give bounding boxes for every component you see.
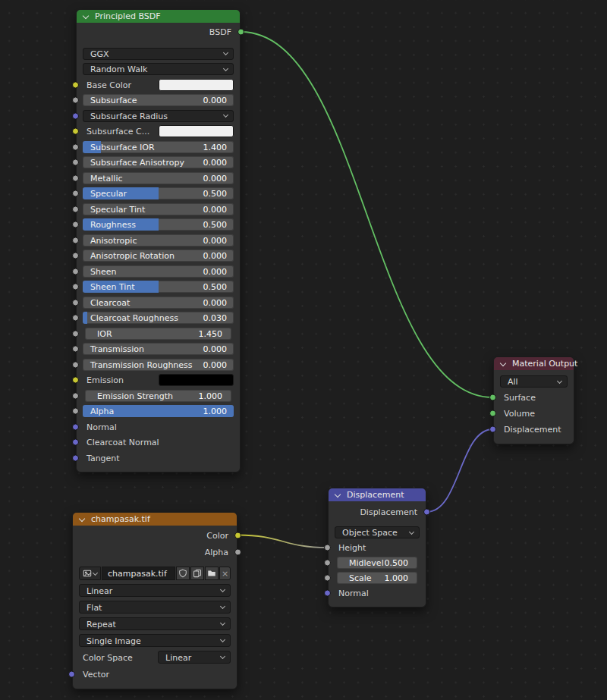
chevron-down-icon xyxy=(220,620,225,626)
fake-user-button[interactable] xyxy=(176,567,190,580)
socket-scale[interactable] xyxy=(324,575,331,582)
collapse-chevron-icon[interactable] xyxy=(335,491,341,498)
node-title: Material Output xyxy=(512,359,577,369)
socket-midlevel[interactable] xyxy=(324,560,331,567)
socket-ior[interactable] xyxy=(72,330,79,337)
socket-sheen[interactable] xyxy=(72,268,79,275)
socket-color[interactable] xyxy=(234,532,241,538)
socket-alpha[interactable] xyxy=(72,408,79,415)
slider-subsurface-anisotropy[interactable]: Subsurface Anisotropy0.000 xyxy=(83,156,234,168)
collapse-chevron-icon[interactable] xyxy=(79,516,85,522)
color-swatch-subsurface-c[interactable] xyxy=(159,125,234,137)
socket-emission[interactable] xyxy=(72,377,79,384)
dropdown-object-space[interactable]: Object Space xyxy=(335,526,420,538)
socket-transmission-roughness[interactable] xyxy=(72,361,79,368)
dropdown-color-space[interactable]: Linear xyxy=(158,651,231,664)
socket-volume[interactable] xyxy=(489,410,496,417)
slider-alpha[interactable]: Alpha1.000 xyxy=(83,405,234,417)
socket-displacement[interactable] xyxy=(423,509,430,516)
color-swatch-emission[interactable] xyxy=(159,374,234,386)
slider-sheen-tint[interactable]: Sheen Tint0.500 xyxy=(83,281,234,293)
socket-bsdf[interactable] xyxy=(237,29,244,36)
dropdown-linear[interactable]: Linear xyxy=(79,584,231,597)
slider-clearcoat-roughness[interactable]: Clearcoat Roughness0.030 xyxy=(83,312,234,324)
dropdown-repeat[interactable]: Repeat xyxy=(79,617,231,630)
slider-anisotropic[interactable]: Anisotropic0.000 xyxy=(83,234,234,246)
unlink-button[interactable]: × xyxy=(219,567,231,580)
socket-metallic[interactable] xyxy=(72,174,79,181)
chevron-down-icon xyxy=(223,65,228,71)
slider-subsurface[interactable]: Subsurface0.000 xyxy=(83,94,234,106)
socket-transmission[interactable] xyxy=(72,346,79,353)
image-menu-button[interactable] xyxy=(79,567,101,580)
slider-transmission[interactable]: Transmission0.000 xyxy=(83,343,234,355)
socket-tangent[interactable] xyxy=(72,454,79,461)
collapse-chevron-icon[interactable] xyxy=(83,13,89,19)
value-field-scale[interactable]: Scale1.000 xyxy=(337,572,417,584)
color-swatch-base-color[interactable] xyxy=(159,79,234,91)
field-value: 0.000 xyxy=(203,235,228,245)
node-principled[interactable]: Principled BSDFBSDFGGXRandom WalkBase Co… xyxy=(76,9,241,472)
slider-clearcoat[interactable]: Clearcoat0.000 xyxy=(83,297,234,309)
socket-height[interactable] xyxy=(324,545,331,551)
node-tex[interactable]: champasak.tifColorAlphachampasak.tif×Lin… xyxy=(72,512,237,689)
field-value: 1.000 xyxy=(385,573,409,583)
socket-out[interactable] xyxy=(72,112,79,119)
dropdown-ggx[interactable]: GGX xyxy=(83,48,234,60)
socket-clearcoat-roughness[interactable] xyxy=(72,315,79,322)
socket-normal[interactable] xyxy=(324,590,331,597)
value-field-emission-strength[interactable]: Emission Strength1.000 xyxy=(85,390,231,402)
dropdown-subsurface-radius[interactable]: Subsurface Radius xyxy=(83,110,234,122)
node-header-principled[interactable]: Principled BSDF xyxy=(77,10,240,23)
socket-roughness[interactable] xyxy=(72,221,79,228)
socket-normal[interactable] xyxy=(72,423,79,430)
dropdown-value: Random Walk xyxy=(90,64,147,74)
node-editor-canvas[interactable]: Principled BSDFBSDFGGXRandom WalkBase Co… xyxy=(0,0,607,700)
value-field-ior[interactable]: IOR1.450 xyxy=(85,328,231,340)
dropdown-all[interactable]: All xyxy=(500,375,568,388)
image-name-field[interactable]: champasak.tif xyxy=(102,567,175,580)
node-header-tex[interactable]: champasak.tif xyxy=(73,513,237,526)
socket-specular-tint[interactable] xyxy=(72,206,79,212)
node-material[interactable]: Material OutputAllSurfaceVolumeDisplacem… xyxy=(493,356,574,444)
slider-metallic[interactable]: Metallic0.000 xyxy=(83,172,234,184)
dropdown-flat[interactable]: Flat xyxy=(79,601,231,614)
open-image-button[interactable] xyxy=(205,567,219,580)
value-field-midlevel[interactable]: Midlevel0.500 xyxy=(337,557,417,569)
node-header-displacement[interactable]: Displacement xyxy=(329,488,426,501)
dropdown-single-image[interactable]: Single Image xyxy=(79,634,231,647)
slider-subsurface-ior[interactable]: Subsurface IOR1.400 xyxy=(83,141,234,153)
slider-specular-tint[interactable]: Specular Tint0.000 xyxy=(83,203,234,215)
slider-anisotropic-rotation[interactable]: Anisotropic Rotation0.000 xyxy=(83,250,234,262)
socket-displacement[interactable] xyxy=(489,426,496,433)
node-displacement[interactable]: DisplacementDisplacementObject SpaceHeig… xyxy=(328,488,426,607)
row-volume: Volume xyxy=(500,407,568,419)
socket-anisotropic[interactable] xyxy=(72,237,79,243)
socket-subsurface-anisotropy[interactable] xyxy=(72,159,79,166)
socket-surface[interactable] xyxy=(489,394,496,401)
socket-clearcoat[interactable] xyxy=(72,299,79,306)
socket-alpha[interactable] xyxy=(234,548,241,555)
node-header-material[interactable]: Material Output xyxy=(494,357,574,370)
socket-label: Vector xyxy=(83,669,109,679)
socket-subsurface[interactable] xyxy=(72,97,79,104)
socket-sheen-tint[interactable] xyxy=(72,284,79,290)
socket-emission-strength[interactable] xyxy=(72,392,79,399)
row-vector: Vector xyxy=(79,667,231,680)
collapse-chevron-icon[interactable] xyxy=(500,360,506,366)
socket-specular[interactable] xyxy=(72,190,79,197)
slider-specular[interactable]: Specular0.500 xyxy=(83,187,234,199)
dropdown-random-walk[interactable]: Random Walk xyxy=(83,63,234,75)
field-value: 0.500 xyxy=(203,282,228,292)
socket-subsurface-c[interactable] xyxy=(72,128,79,135)
slider-roughness[interactable]: Roughness0.500 xyxy=(83,218,234,231)
duplicate-button[interactable] xyxy=(190,567,204,580)
socket-clearcoat-normal[interactable] xyxy=(72,439,79,446)
socket-vector[interactable] xyxy=(68,670,75,677)
socket-subsurface-ior[interactable] xyxy=(72,143,79,150)
socket-base-color[interactable] xyxy=(72,81,79,88)
row-subsurface: Subsurface0.000 xyxy=(83,94,234,106)
slider-transmission-roughness[interactable]: Transmission Roughness0.000 xyxy=(83,359,234,371)
slider-sheen[interactable]: Sheen0.000 xyxy=(83,265,234,278)
socket-anisotropic-rotation[interactable] xyxy=(72,253,79,259)
